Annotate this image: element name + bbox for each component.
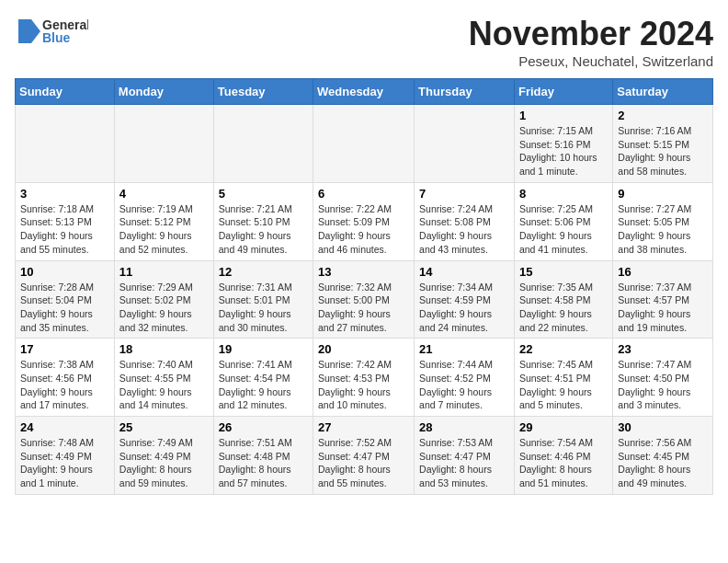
header-saturday: Saturday (613, 79, 713, 105)
header-monday: Monday (114, 79, 213, 105)
day-number: 17 (20, 342, 109, 356)
header-sunday: Sunday (16, 79, 115, 105)
header-tuesday: Tuesday (213, 79, 313, 105)
day-info: Sunrise: 7:49 AMSunset: 4:49 PMDaylight:… (119, 436, 209, 490)
day-info: Sunrise: 7:27 AMSunset: 5:05 PMDaylight:… (618, 202, 708, 257)
calendar-cell: 6Sunrise: 7:22 AMSunset: 5:09 PMDaylight… (313, 182, 415, 260)
calendar-cell (213, 105, 313, 183)
calendar-cell: 30Sunrise: 7:56 AMSunset: 4:45 PMDayligh… (613, 417, 713, 495)
calendar-cell: 21Sunrise: 7:44 AMSunset: 4:52 PMDayligh… (415, 339, 515, 417)
day-info: Sunrise: 7:44 AMSunset: 4:52 PMDaylight:… (419, 358, 509, 412)
calendar-cell: 16Sunrise: 7:37 AMSunset: 4:57 PMDayligh… (613, 260, 713, 339)
calendar-cell: 26Sunrise: 7:51 AMSunset: 4:48 PMDayligh… (213, 417, 313, 495)
calendar-cell (313, 105, 415, 183)
day-info: Sunrise: 7:40 AMSunset: 4:55 PMDaylight:… (119, 358, 209, 412)
day-info: Sunrise: 7:32 AMSunset: 5:00 PMDaylight:… (318, 281, 409, 335)
calendar-cell: 19Sunrise: 7:41 AMSunset: 4:54 PMDayligh… (213, 339, 313, 417)
calendar-cell: 2Sunrise: 7:16 AMSunset: 5:15 PMDaylight… (613, 105, 713, 183)
logo-svg: GeneralBlue (15, 15, 88, 48)
calendar-cell: 3Sunrise: 7:18 AMSunset: 5:13 PMDaylight… (16, 182, 115, 260)
day-number: 19 (219, 342, 308, 356)
day-info: Sunrise: 7:48 AMSunset: 4:49 PMDaylight:… (20, 436, 109, 490)
day-number: 22 (519, 342, 608, 356)
calendar-cell: 9Sunrise: 7:27 AMSunset: 5:05 PMDaylight… (613, 182, 713, 260)
calendar-cell: 4Sunrise: 7:19 AMSunset: 5:12 PMDaylight… (114, 182, 213, 260)
day-number: 2 (618, 109, 708, 122)
day-number: 29 (519, 420, 608, 434)
calendar-cell: 23Sunrise: 7:47 AMSunset: 4:50 PMDayligh… (613, 339, 713, 417)
calendar-cell: 22Sunrise: 7:45 AMSunset: 4:51 PMDayligh… (514, 339, 612, 417)
calendar-cell: 17Sunrise: 7:38 AMSunset: 4:56 PMDayligh… (16, 339, 115, 417)
day-number: 13 (318, 265, 409, 279)
calendar-cell: 10Sunrise: 7:28 AMSunset: 5:04 PMDayligh… (16, 260, 115, 339)
day-number: 14 (419, 265, 509, 279)
day-number: 10 (20, 265, 109, 279)
day-number: 18 (119, 342, 209, 356)
calendar-cell: 20Sunrise: 7:42 AMSunset: 4:53 PMDayligh… (313, 339, 415, 417)
day-number: 24 (20, 420, 109, 434)
day-number: 1 (519, 109, 608, 122)
day-info: Sunrise: 7:54 AMSunset: 4:46 PMDaylight:… (519, 436, 608, 490)
header: GeneralBlue November 2024 Peseux, Neucha… (15, 15, 713, 69)
week-row-2: 10Sunrise: 7:28 AMSunset: 5:04 PMDayligh… (16, 260, 713, 339)
day-info: Sunrise: 7:41 AMSunset: 4:54 PMDaylight:… (219, 358, 308, 412)
day-info: Sunrise: 7:22 AMSunset: 5:09 PMDaylight:… (318, 202, 409, 257)
day-number: 25 (119, 420, 209, 434)
day-info: Sunrise: 7:24 AMSunset: 5:08 PMDaylight:… (419, 202, 509, 257)
calendar-cell: 12Sunrise: 7:31 AMSunset: 5:01 PMDayligh… (213, 260, 313, 339)
week-row-1: 3Sunrise: 7:18 AMSunset: 5:13 PMDaylight… (16, 182, 713, 260)
day-info: Sunrise: 7:47 AMSunset: 4:50 PMDaylight:… (618, 358, 708, 412)
calendar-cell: 13Sunrise: 7:32 AMSunset: 5:00 PMDayligh… (313, 260, 415, 339)
day-number: 11 (119, 265, 209, 279)
calendar-cell (114, 105, 213, 183)
week-row-3: 17Sunrise: 7:38 AMSunset: 4:56 PMDayligh… (16, 339, 713, 417)
logo: GeneralBlue (15, 15, 88, 48)
day-info: Sunrise: 7:25 AMSunset: 5:06 PMDaylight:… (519, 202, 608, 257)
calendar-cell: 18Sunrise: 7:40 AMSunset: 4:55 PMDayligh… (114, 339, 213, 417)
day-info: Sunrise: 7:28 AMSunset: 5:04 PMDaylight:… (20, 281, 109, 335)
day-info: Sunrise: 7:34 AMSunset: 4:59 PMDaylight:… (419, 281, 509, 335)
calendar-cell: 24Sunrise: 7:48 AMSunset: 4:49 PMDayligh… (16, 417, 115, 495)
day-info: Sunrise: 7:15 AMSunset: 5:16 PMDaylight:… (519, 124, 608, 178)
calendar-table: SundayMondayTuesdayWednesdayThursdayFrid… (15, 78, 713, 495)
calendar-cell: 29Sunrise: 7:54 AMSunset: 4:46 PMDayligh… (514, 417, 612, 495)
day-number: 6 (318, 187, 409, 201)
svg-rect-0 (18, 19, 31, 43)
day-number: 8 (519, 187, 608, 201)
day-number: 23 (618, 342, 708, 356)
day-number: 7 (419, 187, 509, 201)
calendar-cell: 8Sunrise: 7:25 AMSunset: 5:06 PMDaylight… (514, 182, 612, 260)
day-number: 20 (318, 342, 409, 356)
day-info: Sunrise: 7:31 AMSunset: 5:01 PMDaylight:… (219, 281, 308, 335)
day-info: Sunrise: 7:18 AMSunset: 5:13 PMDaylight:… (20, 202, 109, 257)
day-number: 21 (419, 342, 509, 356)
calendar-cell: 14Sunrise: 7:34 AMSunset: 4:59 PMDayligh… (415, 260, 515, 339)
title-area: November 2024 Peseux, Neuchatel, Switzer… (469, 15, 713, 69)
day-number: 15 (519, 265, 608, 279)
day-info: Sunrise: 7:37 AMSunset: 4:57 PMDaylight:… (618, 281, 708, 335)
svg-text:Blue: Blue (42, 30, 71, 45)
calendar-cell: 7Sunrise: 7:24 AMSunset: 5:08 PMDaylight… (415, 182, 515, 260)
svg-marker-1 (31, 19, 40, 43)
header-friday: Friday (514, 79, 612, 105)
calendar-cell: 1Sunrise: 7:15 AMSunset: 5:16 PMDaylight… (514, 105, 612, 183)
calendar-cell: 25Sunrise: 7:49 AMSunset: 4:49 PMDayligh… (114, 417, 213, 495)
day-info: Sunrise: 7:29 AMSunset: 5:02 PMDaylight:… (119, 281, 209, 335)
day-info: Sunrise: 7:16 AMSunset: 5:15 PMDaylight:… (618, 124, 708, 178)
day-info: Sunrise: 7:52 AMSunset: 4:47 PMDaylight:… (318, 436, 409, 490)
day-info: Sunrise: 7:51 AMSunset: 4:48 PMDaylight:… (219, 436, 308, 490)
day-number: 16 (618, 265, 708, 279)
calendar-cell: 11Sunrise: 7:29 AMSunset: 5:02 PMDayligh… (114, 260, 213, 339)
day-info: Sunrise: 7:35 AMSunset: 4:58 PMDaylight:… (519, 281, 608, 335)
calendar-cell: 5Sunrise: 7:21 AMSunset: 5:10 PMDaylight… (213, 182, 313, 260)
day-number: 9 (618, 187, 708, 201)
day-number: 27 (318, 420, 409, 434)
day-number: 5 (219, 187, 308, 201)
calendar-cell: 27Sunrise: 7:52 AMSunset: 4:47 PMDayligh… (313, 417, 415, 495)
day-info: Sunrise: 7:45 AMSunset: 4:51 PMDaylight:… (519, 358, 608, 412)
calendar-cell: 28Sunrise: 7:53 AMSunset: 4:47 PMDayligh… (415, 417, 515, 495)
calendar-cell (415, 105, 515, 183)
day-number: 28 (419, 420, 509, 434)
day-number: 30 (618, 420, 708, 434)
location-subtitle: Peseux, Neuchatel, Switzerland (469, 53, 713, 69)
